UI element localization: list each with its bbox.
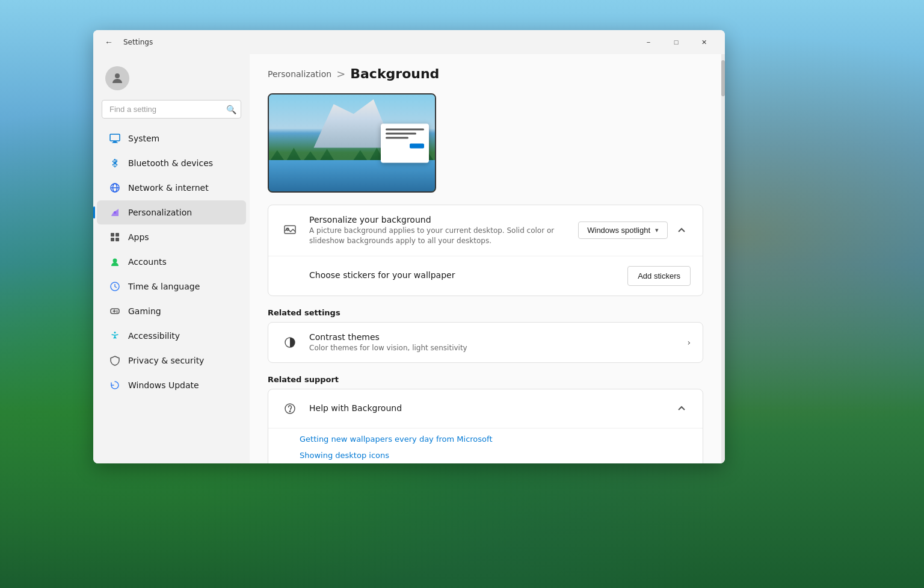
contrast-desc: Color themes for low vision, light sensi… xyxy=(309,343,677,353)
gaming-icon xyxy=(109,305,121,317)
help-background-row: Help with Background xyxy=(268,389,703,429)
bluetooth-icon xyxy=(109,157,121,169)
sidebar-item-gaming[interactable]: Gaming xyxy=(97,299,246,323)
contrast-control: › xyxy=(687,338,691,347)
personalize-content: Personalize your background A picture ba… xyxy=(309,215,568,246)
sidebar-item-apps-label: Apps xyxy=(128,232,234,242)
privacy-icon xyxy=(109,354,121,367)
titlebar-controls: − □ ✕ xyxy=(635,32,718,52)
help-expand-button[interactable] xyxy=(673,400,691,418)
stickers-icon-placeholder xyxy=(280,266,300,285)
titlebar: ← Settings − □ ✕ xyxy=(93,30,725,54)
minimize-button[interactable]: − xyxy=(635,32,662,52)
search-box[interactable]: 🔍 xyxy=(102,100,241,119)
sidebar: 🔍 System Bluetooth & devices xyxy=(93,54,250,463)
related-settings-card: Contrast themes Color themes for low vis… xyxy=(268,322,703,364)
settings-window: ← Settings − □ ✕ 🔍 xyxy=(93,30,725,463)
personalize-background-row: Personalize your background A picture ba… xyxy=(268,205,703,256)
close-button[interactable]: ✕ xyxy=(690,32,718,52)
svg-rect-8 xyxy=(111,233,114,237)
back-button[interactable]: ← xyxy=(100,34,117,51)
sidebar-item-network-label: Network & internet xyxy=(128,183,234,193)
stickers-row: Choose stickers for your wallpaper Add s… xyxy=(268,256,703,296)
sidebar-item-time-label: Time & language xyxy=(128,282,234,291)
sidebar-nav: System Bluetooth & devices Network & int… xyxy=(93,126,250,398)
network-icon xyxy=(109,182,121,194)
dialog-button xyxy=(410,143,424,148)
background-type-dropdown[interactable]: Windows spotlight ▾ xyxy=(578,221,668,239)
dialog-line-3 xyxy=(386,137,408,138)
preview-water xyxy=(269,160,435,191)
related-support-heading: Related support xyxy=(268,375,703,384)
sidebar-item-system-label: System xyxy=(128,134,234,143)
sidebar-item-apps[interactable]: Apps xyxy=(97,225,246,249)
contrast-content: Contrast themes Color themes for low vis… xyxy=(309,332,677,353)
sidebar-item-system[interactable]: System xyxy=(97,126,246,150)
svg-point-20 xyxy=(289,411,291,412)
svg-point-7 xyxy=(114,211,116,214)
related-settings-heading: Related settings xyxy=(268,308,703,317)
breadcrumb-parent[interactable]: Personalization xyxy=(268,69,331,79)
sidebar-item-accessibility[interactable]: Accessibility xyxy=(97,324,246,348)
sidebar-item-update[interactable]: Windows Update xyxy=(97,373,246,397)
sidebar-item-bluetooth[interactable]: Bluetooth & devices xyxy=(97,151,246,175)
personalize-control: Windows spotlight ▾ xyxy=(578,221,691,240)
update-icon xyxy=(109,379,121,391)
personalize-title: Personalize your background xyxy=(309,215,568,224)
sidebar-item-personalization[interactable]: Personalization xyxy=(97,200,246,224)
help-control xyxy=(673,400,691,418)
breadcrumb: Personalization > Background xyxy=(268,66,703,81)
avatar xyxy=(105,66,129,90)
svg-rect-11 xyxy=(116,238,119,241)
titlebar-left: ← Settings xyxy=(100,34,153,51)
dialog-line-2 xyxy=(386,132,416,134)
background-type-value: Windows spotlight xyxy=(587,226,650,235)
sidebar-item-network[interactable]: Network & internet xyxy=(97,176,246,200)
sidebar-item-bluetooth-label: Bluetooth & devices xyxy=(128,158,234,168)
apps-icon xyxy=(109,231,121,243)
stickers-content: Choose stickers for your wallpaper xyxy=(309,270,618,281)
help-icon xyxy=(280,399,300,418)
svg-point-0 xyxy=(115,73,120,78)
dropdown-arrow-icon: ▾ xyxy=(655,226,659,234)
contrast-icon xyxy=(280,333,300,352)
scrollbar-thumb xyxy=(721,60,725,96)
window-body: 🔍 System Bluetooth & devices xyxy=(93,54,725,463)
time-icon xyxy=(109,280,121,292)
stickers-label: Choose stickers for your wallpaper xyxy=(309,270,618,280)
contrast-title: Contrast themes xyxy=(309,332,677,342)
personalization-icon xyxy=(109,206,121,218)
window-title: Settings xyxy=(123,38,153,46)
main-content: Personalization > Background xyxy=(250,54,721,463)
dialog-line-1 xyxy=(386,128,424,130)
sidebar-item-accessibility-label: Accessibility xyxy=(128,331,234,341)
search-input[interactable] xyxy=(102,100,241,119)
svg-point-12 xyxy=(113,259,117,263)
sidebar-item-personalization-label: Personalization xyxy=(128,208,234,217)
system-icon xyxy=(109,132,121,144)
support-link-1[interactable]: Getting new wallpapers every day from Mi… xyxy=(268,431,703,447)
related-support-card: Help with Background Getting new wallpap… xyxy=(268,389,703,463)
help-content: Help with Background xyxy=(309,403,663,414)
svg-point-15 xyxy=(114,332,116,333)
stickers-control: Add stickers xyxy=(627,266,691,286)
svg-rect-10 xyxy=(111,238,114,241)
sidebar-item-accounts-label: Accounts xyxy=(128,257,234,267)
accessibility-icon xyxy=(109,330,121,342)
svg-rect-3 xyxy=(112,143,118,143)
window-scrollbar[interactable] xyxy=(721,54,725,463)
sidebar-item-accounts[interactable]: Accounts xyxy=(97,250,246,274)
sidebar-item-time[interactable]: Time & language xyxy=(97,274,246,299)
sidebar-item-privacy-label: Privacy & security xyxy=(128,356,234,365)
chevron-right-icon: › xyxy=(687,338,691,347)
contrast-themes-row[interactable]: Contrast themes Color themes for low vis… xyxy=(268,323,703,363)
preview-dialog xyxy=(381,123,429,162)
maximize-button[interactable]: □ xyxy=(662,32,690,52)
svg-rect-1 xyxy=(110,134,120,141)
add-stickers-button[interactable]: Add stickers xyxy=(627,266,691,286)
support-link-2[interactable]: Showing desktop icons xyxy=(268,447,703,463)
page-title: Background xyxy=(350,66,439,81)
search-icon-button[interactable]: 🔍 xyxy=(226,105,236,114)
expand-section-button[interactable] xyxy=(673,221,691,240)
sidebar-item-privacy[interactable]: Privacy & security xyxy=(97,348,246,373)
